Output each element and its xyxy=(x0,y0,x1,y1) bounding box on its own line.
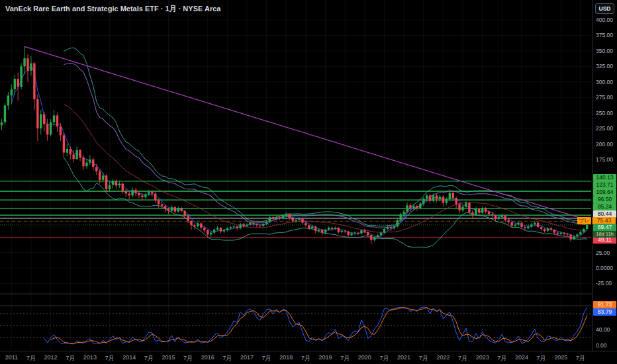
time-axis-year-label: 2020 xyxy=(358,354,371,361)
time-axis-year-label: 2021 xyxy=(397,354,410,361)
current-price-badge: 69.4718d 11h xyxy=(593,224,616,238)
price-level-badge: 96.50 xyxy=(593,196,616,203)
time-axis-year-label: 2013 xyxy=(83,354,97,361)
chart-canvas[interactable] xyxy=(0,0,592,351)
time-axis[interactable]: 20117月20127月20137月20147月20157月20167月2017… xyxy=(0,351,617,364)
time-axis-july-label: 7月 xyxy=(458,354,467,363)
indicator-value-badge: 91.73 xyxy=(593,301,616,308)
price-axis[interactable]: USD 400.00375.00350.00325.00300.00275.00… xyxy=(592,0,617,351)
descending-trendline xyxy=(24,46,584,219)
time-axis-year-label: 2024 xyxy=(515,354,528,361)
price-tick-label: 175.00 xyxy=(596,156,613,163)
price-tick-label: 225.00 xyxy=(596,125,613,132)
price-tick-label: 300.00 xyxy=(596,79,613,85)
time-axis-year-label: 2022 xyxy=(436,354,450,361)
price-tick-label: 25.00 xyxy=(596,250,610,256)
time-axis-july-label: 7月 xyxy=(144,354,154,363)
time-axis-july-label: 7月 xyxy=(183,354,193,363)
time-axis-year-label: 2016 xyxy=(201,354,214,361)
fast-ma-line xyxy=(11,65,587,237)
time-axis-july-label: 7月 xyxy=(26,354,36,363)
time-axis-july-label: 7月 xyxy=(66,354,75,363)
price-level-badge: 140.13 xyxy=(593,174,616,181)
time-axis-july-label: 7月 xyxy=(222,354,232,363)
currency-button[interactable]: USD xyxy=(595,3,614,14)
grid xyxy=(0,0,591,349)
time-axis-year-label: 2019 xyxy=(319,354,332,361)
chart-window: VanEck Rare Earth and Strategic Metals E… xyxy=(0,0,617,364)
time-axis-year-label: 2015 xyxy=(162,354,175,361)
price-tick-label: 400.00 xyxy=(596,17,613,23)
price-level-badge: 85.24 xyxy=(593,203,616,210)
time-axis-july-label: 7月 xyxy=(340,354,350,363)
time-axis-july-label: 7月 xyxy=(301,354,310,363)
time-axis-year-label: 2018 xyxy=(279,354,293,361)
symbol-title[interactable]: VanEck Rare Earth and Strategic Metals E… xyxy=(5,4,220,14)
price-tick-label: 275.00 xyxy=(596,94,613,101)
indicator-tick-label: 0.00 xyxy=(596,342,607,349)
time-axis-july-label: 7月 xyxy=(419,354,428,363)
price-level-badge: 109.64 xyxy=(593,189,616,196)
time-axis-year-label: 2012 xyxy=(44,354,58,361)
price-tick-label: -25.00 xyxy=(596,280,612,287)
price-tick-label: 325.00 xyxy=(596,63,613,69)
time-axis-year-label: 2014 xyxy=(122,354,136,361)
indicator-tick-label: 40.00 xyxy=(596,326,610,333)
time-axis-july-label: 7月 xyxy=(379,354,389,363)
time-axis-year-label: 2023 xyxy=(476,354,489,361)
bar-countdown: 18d 11h xyxy=(593,231,616,238)
time-axis-july-label: 7月 xyxy=(262,354,271,363)
price-tick-label: 375.00 xyxy=(596,32,613,38)
price-tick-label: 250.00 xyxy=(596,110,613,116)
current-price-value: 69.47 xyxy=(593,224,616,231)
price-tick-label: 200.00 xyxy=(596,141,613,148)
time-axis-july-label: 7月 xyxy=(105,354,115,363)
time-axis-year-label: 2011 xyxy=(5,354,18,361)
time-axis-july-label: 7月 xyxy=(497,354,506,363)
time-axis-year-label: 2025 xyxy=(554,354,567,361)
indicator-value-badge: 83.79 xyxy=(593,308,616,316)
time-axis-year-label: 2017 xyxy=(240,354,254,361)
price-tick-label: 350.00 xyxy=(596,48,613,54)
time-axis-july-label: 7月 xyxy=(537,354,546,363)
premarket-label: プレ xyxy=(577,217,591,224)
price-level-badge: 123.71 xyxy=(593,181,616,189)
time-axis-july-label: 7月 xyxy=(576,354,585,363)
price-tick-label: 0.0000 xyxy=(596,265,613,271)
